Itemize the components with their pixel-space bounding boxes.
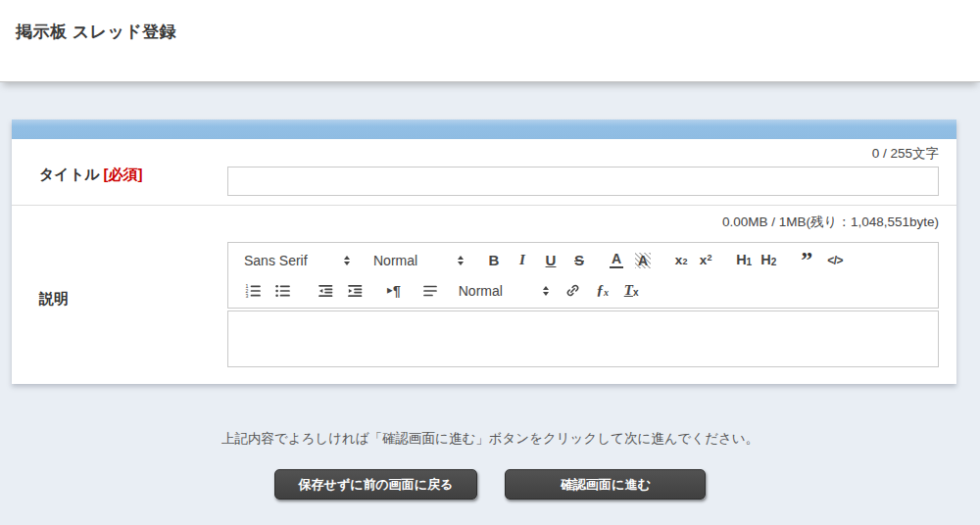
svg-text:3: 3	[246, 292, 249, 298]
chevron-updown-icon	[344, 256, 350, 265]
font-size-value: Normal	[459, 283, 503, 299]
text-direction-icon[interactable]: ‣¶	[385, 284, 400, 298]
page-header: 掲示板 スレッド登録	[0, 0, 980, 82]
description-size-counter: 0.00MB / 1MB(残り：1,048,551byte)	[722, 214, 939, 231]
formula-icon[interactable]: ƒx	[596, 283, 610, 298]
indent-icon[interactable]	[346, 282, 364, 300]
link-icon[interactable]	[564, 282, 581, 299]
superscript-icon[interactable]: x2	[699, 254, 712, 267]
title-row: タイトル [必須] 0 / 255文字	[12, 139, 956, 206]
description-row: 説明 0.00MB / 1MB(残り：1,048,551byte) Sans S…	[12, 206, 956, 384]
subscript-icon[interactable]: x2	[674, 254, 688, 267]
italic-icon[interactable]: I	[515, 253, 529, 267]
clean-format-icon[interactable]: Tx	[624, 283, 639, 298]
strikethrough-icon[interactable]: S	[572, 253, 586, 267]
toolbar-row-1: Sans Serif Normal B I U S	[244, 245, 938, 275]
editor-toolbar: Sans Serif Normal B I U S	[227, 242, 939, 309]
title-input[interactable]	[227, 167, 939, 196]
title-char-counter: 0 / 255文字	[872, 145, 939, 163]
font-family-value: Sans Serif	[244, 253, 308, 268]
toolbar-row-2: 1 2 3	[244, 275, 938, 306]
bullet-list-icon[interactable]	[273, 282, 291, 300]
background-color-icon[interactable]: A	[635, 253, 651, 268]
back-without-save-button[interactable]: 保存せずに前の画面に戻る	[274, 469, 478, 500]
font-family-select[interactable]: Sans Serif	[244, 253, 350, 268]
paragraph-format-value: Normal	[373, 253, 417, 268]
instruction-text: 上記内容でよろしければ「確認画面に進む」ボタンをクリックして次に進んでください。	[0, 430, 980, 448]
ordered-list-icon[interactable]: 1 2 3	[244, 282, 262, 300]
paragraph-format-select[interactable]: Normal	[373, 253, 464, 268]
panel-accent-bar	[12, 119, 956, 139]
action-button-row: 保存せずに前の画面に戻る 確認画面に進む	[0, 469, 980, 500]
description-editor-content[interactable]	[227, 310, 939, 367]
bold-icon[interactable]: B	[487, 253, 501, 267]
code-block-icon[interactable]: </>	[827, 255, 843, 266]
required-badge: [必須]	[104, 166, 143, 182]
chevron-updown-icon	[543, 286, 549, 296]
description-label: 説明	[39, 290, 69, 309]
chevron-updown-icon	[458, 256, 464, 265]
heading1-icon[interactable]: H1	[736, 253, 752, 267]
font-size-select[interactable]: Normal	[459, 283, 549, 299]
thread-form-panel: タイトル [必須] 0 / 255文字 説明 0.00MB / 1MB(残り：1…	[12, 119, 956, 384]
proceed-to-confirm-button[interactable]: 確認画面に進む	[505, 469, 706, 500]
align-icon[interactable]	[421, 282, 439, 300]
page-title: 掲示板 スレッド登録	[16, 21, 176, 43]
blockquote-icon[interactable]: ”	[800, 254, 813, 267]
outdent-icon[interactable]	[317, 282, 334, 300]
text-color-icon[interactable]: A	[610, 252, 623, 268]
title-label-text: タイトル	[39, 166, 99, 182]
underline-icon[interactable]: U	[544, 253, 558, 267]
title-label: タイトル [必須]	[39, 166, 143, 184]
heading2-icon[interactable]: H2	[760, 253, 776, 267]
